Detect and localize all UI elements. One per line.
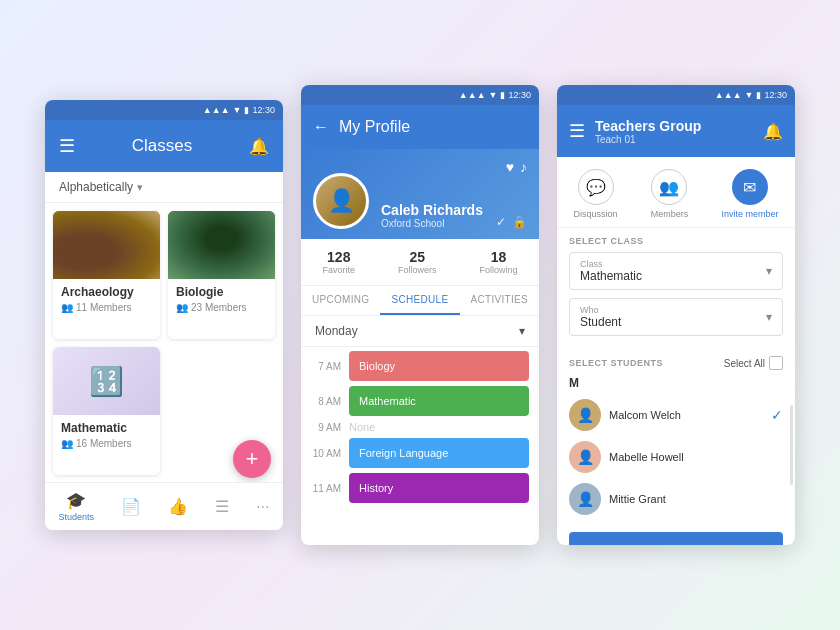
tab-activities[interactable]: ACTIVITIES — [460, 286, 539, 315]
like-icon: 👍 — [168, 497, 188, 516]
add-fab[interactable]: + — [233, 440, 271, 478]
schedule-row-11am: 11 AM History — [311, 473, 529, 503]
filter-bar: Alphabetically ▾ — [45, 172, 283, 203]
more-icon: ··· — [256, 498, 269, 516]
menu-icon[interactable]: ☰ — [59, 135, 75, 157]
tab-discussion[interactable]: 💬 Disqussion — [574, 169, 618, 219]
wifi-icon: ▼ — [489, 90, 498, 100]
class-card-mathematic[interactable]: 🔢 Mathematic 👥 16 Members — [53, 347, 160, 475]
section-title: SELECT CLASS — [569, 236, 783, 246]
tab-invite-member[interactable]: ✉ Invite member — [721, 169, 778, 219]
schedule-row-9am: 9 AM None — [311, 421, 529, 433]
student-malcom[interactable]: 👤 Malcom Welch ✓ — [569, 394, 783, 436]
mathematic-image: 🔢 — [53, 347, 160, 415]
day-selector[interactable]: Monday ▾ — [301, 316, 539, 347]
student-name: Mittie Grant — [609, 493, 783, 505]
tab-members[interactable]: 👥 Members — [651, 169, 689, 219]
day-label: Monday — [315, 324, 358, 338]
time-display: 12:30 — [508, 90, 531, 100]
nav-docs[interactable]: 📄 — [121, 497, 141, 516]
members-icon: 👥 — [176, 302, 188, 313]
nav-students[interactable]: 🎓 Students — [59, 491, 95, 522]
profile-school: Oxford School — [381, 218, 483, 229]
profile-tabs: UPCOMING SCHEDULE ACTIVITIES — [301, 286, 539, 316]
group-title: Teachers Group — [595, 118, 701, 134]
chevron-down-icon: ▾ — [519, 324, 525, 338]
schedule-history[interactable]: History — [349, 473, 529, 503]
bell-icon[interactable]: 🔔 — [763, 122, 783, 141]
schedule-biology[interactable]: Biology — [349, 351, 529, 381]
music-icon: ♪ — [520, 159, 527, 175]
profile-name-block: Caleb Richards Oxford School — [381, 202, 483, 229]
status-bar-2: ▲▲▲ ▼ ▮ 12:30 — [301, 85, 539, 105]
student-avatar: 👤 — [569, 483, 601, 515]
schedule-row-7am: 7 AM Biology — [311, 351, 529, 381]
status-bar-3: ▲▲▲ ▼ ▮ 12:30 — [557, 85, 795, 105]
group-tabs: 💬 Disqussion 👥 Members ✉ Invite member — [557, 157, 795, 228]
group-subtitle: Teach 01 — [595, 134, 701, 145]
student-list: M 👤 Malcom Welch ✓ 👤 Mabelle Howell 👤 Mi… — [569, 376, 783, 520]
time-display: 12:30 — [252, 105, 275, 115]
schedule-foreign-language[interactable]: Foreign Language — [349, 438, 529, 468]
class-selector[interactable]: Class Mathematic ▾ — [569, 252, 783, 290]
tab-label: Disqussion — [574, 209, 618, 219]
nav-more[interactable]: ··· — [256, 498, 269, 516]
profile-cover: ♥ ♪ 👤 Caleb Richards Oxford School ✓ 🔒 — [301, 149, 539, 239]
cover-icons: ♥ ♪ — [506, 159, 527, 175]
student-mittie[interactable]: 👤 Mittie Grant — [569, 478, 783, 520]
schedule-list: 7 AM Biology 8 AM Mathematic 9 AM None 1… — [301, 347, 539, 512]
class-members: 👥 11 Members — [61, 302, 152, 313]
biologie-image — [168, 211, 275, 279]
schedule-mathematic[interactable]: Mathematic — [349, 386, 529, 416]
class-name: Archaeology — [61, 285, 152, 299]
student-mabelle[interactable]: 👤 Mabelle Howell — [569, 436, 783, 478]
wifi-icon: ▼ — [745, 90, 754, 100]
class-card-archaeology[interactable]: Archaeology 👥 11 Members — [53, 211, 160, 339]
stat-favorite: 128 Favorite — [322, 249, 355, 275]
battery-icon: ▮ — [756, 90, 761, 100]
chevron-down-icon[interactable]: ▾ — [137, 181, 143, 194]
signal-icon: ▲▲▲ — [459, 90, 486, 100]
tab-upcoming[interactable]: UPCOMING — [301, 286, 380, 315]
wifi-icon: ▼ — [233, 105, 242, 115]
back-icon[interactable]: ← — [313, 118, 329, 136]
profile-stats: 128 Favorite 25 Followers 18 Following — [301, 239, 539, 286]
invite-icon: ✉ — [732, 169, 768, 205]
filter-label: Alphabetically — [59, 180, 133, 194]
nav-like[interactable]: 👍 — [168, 497, 188, 516]
select-all-label: Select All — [724, 358, 765, 369]
student-avatar: 👤 — [569, 441, 601, 473]
nav-list[interactable]: ☰ — [215, 497, 229, 516]
heart-icon: ♥ — [506, 159, 514, 175]
group-header: ☰ Teachers Group Teach 01 🔔 — [557, 105, 795, 157]
stat-following: 18 Following — [479, 249, 517, 275]
chevron-down-icon: ▾ — [766, 264, 772, 278]
tab-label: Invite member — [721, 209, 778, 219]
tab-schedule[interactable]: SCHEDULE — [380, 286, 459, 315]
class-members: 👥 23 Members — [176, 302, 267, 313]
select-class-section: SELECT CLASS Class Mathematic ▾ Who Stud… — [557, 228, 795, 348]
select-all-control[interactable]: Select All — [724, 356, 783, 370]
menu-icon[interactable]: ☰ — [569, 120, 585, 142]
select-all-checkbox[interactable] — [769, 356, 783, 370]
check-icon: ✓ — [771, 407, 783, 423]
lock-icon: 🔒 — [512, 215, 527, 229]
schedule-row-8am: 8 AM Mathematic — [311, 386, 529, 416]
discussion-icon: 💬 — [578, 169, 614, 205]
bell-icon[interactable]: 🔔 — [249, 137, 269, 156]
signal-icon: ▲▲▲ — [203, 105, 230, 115]
who-selector[interactable]: Who Student ▾ — [569, 298, 783, 336]
signal-icon: ▲▲▲ — [715, 90, 742, 100]
scrollbar[interactable] — [790, 405, 793, 485]
student-avatar: 👤 — [569, 399, 601, 431]
status-bar-1: ▲▲▲ ▼ ▮ 12:30 — [45, 100, 283, 120]
profile-header: ← My Profile — [301, 105, 539, 149]
stat-followers: 25 Followers — [398, 249, 437, 275]
invite-button[interactable]: INVITE — [569, 532, 783, 545]
phone-profile: ▲▲▲ ▼ ▮ 12:30 ← My Profile ♥ ♪ 👤 Caleb R… — [301, 85, 539, 545]
select-students-section: SELECT STUDENTS Select All M 👤 Malcom We… — [557, 348, 795, 524]
student-name: Malcom Welch — [609, 409, 763, 421]
verified-icon: ✓ — [496, 215, 506, 229]
battery-icon: ▮ — [500, 90, 505, 100]
class-card-biologie[interactable]: Biologie 👥 23 Members — [168, 211, 275, 339]
